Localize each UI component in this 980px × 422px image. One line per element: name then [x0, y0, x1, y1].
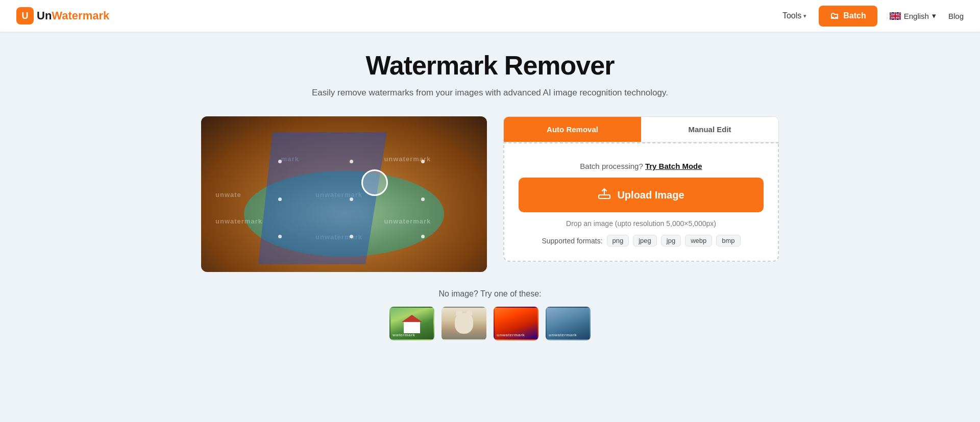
formats-label: Supported formats: [542, 237, 602, 245]
thumb-watermark: watermark [393, 333, 415, 337]
batch-label: Batch [843, 11, 866, 20]
logo-icon: U [16, 7, 34, 24]
logo[interactable]: U UnWatermark [16, 7, 109, 24]
sample-thumb-road[interactable]: unwatermark [546, 307, 591, 340]
upload-svg-icon [598, 187, 611, 200]
sample-section: No image? Try one of these: watermark un… [160, 289, 820, 340]
nav-right: Tools ▾ 🗂 Batch English ▾ Blog [782, 6, 964, 27]
language-label: English [904, 12, 929, 20]
tab-manual-edit[interactable]: Manual Edit [641, 117, 778, 142]
blog-link[interactable]: Blog [948, 12, 964, 20]
selection-dot [421, 235, 425, 238]
tab-auto-removal[interactable]: Auto Removal [504, 117, 641, 142]
selection-dot [278, 197, 282, 201]
tabs-row: Auto Removal Manual Edit [503, 116, 779, 142]
batch-button[interactable]: 🗂 Batch [819, 6, 877, 27]
thumb-watermark: unwatermark [497, 333, 525, 337]
flag-icon [890, 12, 901, 20]
header: U UnWatermark Tools ▾ 🗂 Batch English ▾ [0, 0, 980, 32]
upload-icon [598, 187, 611, 203]
main-panel: unwate mark unwatermark unwatermark unwa… [160, 116, 820, 272]
drop-hint: Drop an image (upto resolution 5,000×5,0… [566, 219, 716, 228]
chevron-down-icon: ▾ [803, 13, 806, 19]
selection-dot [350, 197, 353, 201]
sample-label: No image? Try one of these: [160, 289, 820, 299]
main-content: Watermark Remover Easily remove watermar… [148, 32, 832, 361]
batch-hint: Batch processing? Try Batch Mode [580, 162, 702, 170]
sample-images-row: watermark unwatermark unwatermark [160, 307, 820, 340]
sample-thumb-house[interactable]: watermark [389, 307, 434, 340]
selection-dot [278, 235, 282, 238]
format-badge-webp: webp [685, 235, 712, 246]
upload-box: Batch processing? Try Batch Mode Upload … [503, 142, 779, 262]
try-batch-mode-link[interactable]: Try Batch Mode [645, 162, 702, 170]
layers-icon: 🗂 [830, 11, 839, 21]
house-icon [404, 322, 420, 333]
svg-rect-1 [599, 195, 610, 198]
bear-icon [455, 313, 473, 334]
thumb-watermark: unwatermark [549, 333, 577, 337]
format-badge-bmp: bmp [716, 235, 740, 246]
selection-dot [421, 197, 425, 201]
image-preview: unwate mark unwatermark unwatermark unwa… [201, 116, 487, 272]
selection-dot [350, 235, 353, 238]
sample-thumb-bear[interactable] [442, 307, 486, 340]
hero-subtitle: Easily remove watermarks from your image… [160, 88, 820, 98]
format-badge-jpeg: jpeg [633, 235, 657, 246]
lang-chevron-icon: ▾ [932, 11, 936, 20]
sample-thumb-sunset[interactable]: unwatermark [494, 307, 538, 340]
upload-image-button[interactable]: Upload Image [519, 178, 764, 212]
format-badge-png: png [607, 235, 629, 246]
right-panel: Auto Removal Manual Edit Batch processin… [503, 116, 779, 262]
format-badge-jpg: jpg [661, 235, 681, 246]
page-title: Watermark Remover [160, 50, 820, 81]
cursor-indicator [361, 169, 388, 196]
tools-menu-button[interactable]: Tools ▾ [782, 11, 806, 20]
logo-text: UnWatermark [37, 9, 109, 22]
language-button[interactable]: English ▾ [890, 11, 936, 20]
formats-row: Supported formats: png jpeg jpg webp bmp [542, 235, 740, 246]
tools-label: Tools [782, 11, 801, 20]
